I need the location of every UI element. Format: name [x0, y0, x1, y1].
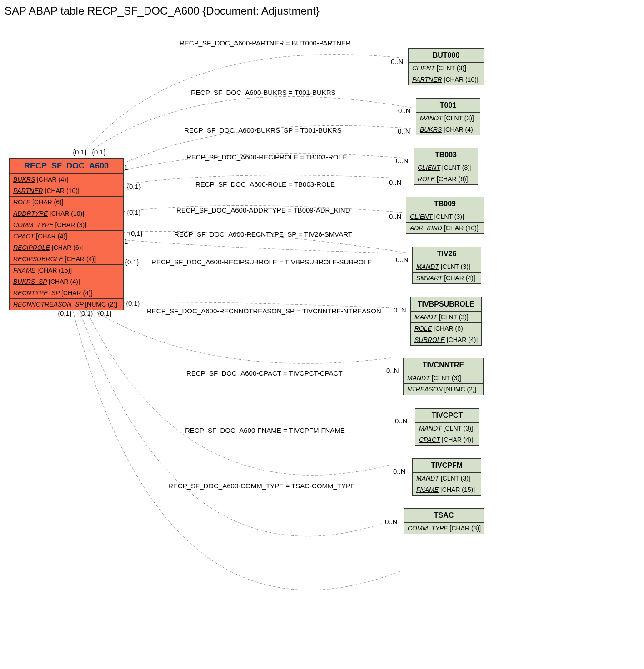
cardinality-left: {0,1}	[129, 229, 143, 237]
page-title: SAP ABAP table RECP_SF_DOC_A600 {Documen…	[5, 5, 639, 17]
entity-name: TIVCNNTRE	[404, 358, 483, 372]
cardinality-left: 1	[124, 238, 128, 245]
entity-name: TB009	[406, 197, 484, 211]
target-entity-t001: T001 MANDT [CLNT (3)] BUKRS [CHAR (4)]	[416, 98, 480, 135]
field-row: MANDT [CLNT (3)]	[404, 372, 483, 384]
entity-name: T001	[416, 99, 480, 113]
field-row: RECNNOTREASON_SP [NUMC (2)]	[10, 299, 123, 310]
relation-label: RECP_SF_DOC_A600-PARTNER = BUT000-PARTNE…	[180, 39, 351, 47]
main-entity: RECP_SF_DOC_A600 BUKRS [CHAR (4)] PARTNE…	[9, 158, 124, 310]
field-row: SMVART [CHAR (4)]	[413, 273, 481, 283]
field-row: PARTNER [CHAR (10)]	[10, 185, 123, 197]
field-row: SUBROLE [CHAR (4)]	[411, 334, 481, 345]
field-row: ADDRTYPE [CHAR (10)]	[10, 208, 123, 219]
cardinality-right: 0..N	[385, 518, 398, 525]
entity-name: TB003	[414, 148, 478, 162]
field-row: MANDT [CLNT (3)]	[416, 113, 480, 124]
entity-name: TIV26	[413, 247, 481, 261]
field-row: RECIPROLE [CHAR (6)]	[10, 242, 123, 253]
relation-label: RECP_SF_DOC_A600-RECIPSUBROLE = TIVBPSUB…	[151, 258, 372, 266]
entity-name: TIVCPCT	[415, 409, 479, 423]
cardinality-left: {0,1}	[98, 309, 112, 317]
field-row: CPACT [CHAR (4)]	[10, 231, 123, 242]
relation-label: RECP_SF_DOC_A600-RECNTYPE_SP = TIV26-SMV…	[174, 230, 352, 238]
field-row: MANDT [CLNT (3)]	[411, 312, 481, 323]
cardinality-left: {0,1}	[92, 148, 106, 156]
field-row: MANDT [CLNT (3)]	[415, 423, 479, 434]
field-row: ADR_KIND [CHAR (10)]	[406, 223, 484, 233]
cardinality-left: {0,1}	[73, 148, 87, 156]
field-row: BUKRS [CHAR (4)]	[416, 124, 480, 135]
field-row: MANDT [CLNT (3)]	[413, 261, 481, 273]
field-row: ROLE [CHAR (6)]	[414, 173, 478, 184]
cardinality-right: 0..N	[394, 306, 406, 314]
field-row: RECIPSUBROLE [CHAR (4)]	[10, 253, 123, 265]
relation-label: RECP_SF_DOC_A600-COMM_TYPE = TSAC-COMM_T…	[168, 482, 355, 490]
relation-label: RECP_SF_DOC_A600-FNAME = TIVCPFM-FNAME	[185, 426, 345, 434]
cardinality-right: 0..N	[386, 367, 399, 374]
field-row: COMM_TYPE [CHAR (3)]	[10, 219, 123, 231]
target-entity-tivcnntre: TIVCNNTRE MANDT [CLNT (3)] NTREASON [NUM…	[403, 358, 484, 395]
target-entity-tiv26: TIV26 MANDT [CLNT (3)] SMVART [CHAR (4)]	[412, 247, 481, 284]
cardinality-right: 0..N	[393, 467, 406, 475]
cardinality-left: {0,1}	[127, 183, 141, 190]
diagram-container: RECP_SF_DOC_A600 BUKRS [CHAR (4)] PARTNE…	[5, 26, 639, 669]
entity-name: TIVBPSUBROLE	[411, 297, 481, 312]
field-row: RECNTYPE_SP [CHAR (4)]	[10, 287, 123, 299]
target-entity-tb009: TB009 CLIENT [CLNT (3)] ADR_KIND [CHAR (…	[406, 197, 484, 234]
field-row: ROLE [CHAR (6)]	[411, 323, 481, 334]
cardinality-left: {0,1}	[79, 309, 93, 317]
cardinality-right: 0..N	[389, 178, 402, 186]
target-entity-tivbpsubrole: TIVBPSUBROLE MANDT [CLNT (3)] ROLE [CHAR…	[410, 297, 482, 346]
cardinality-right: 0..N	[396, 256, 409, 263]
relation-label: RECP_SF_DOC_A600-ROLE = TB003-ROLE	[195, 180, 335, 188]
field-row: PARTNER [CHAR (10)]	[409, 74, 484, 85]
target-entity-tivcpct: TIVCPCT MANDT [CLNT (3)] CPACT [CHAR (4)…	[415, 408, 479, 446]
field-row: COMM_TYPE [CHAR (3)]	[404, 523, 484, 534]
entity-name: TIVCPFM	[413, 459, 481, 473]
field-row: MANDT [CLNT (3)]	[413, 473, 481, 484]
field-row: FNAME [CHAR (15)]	[413, 484, 481, 495]
cardinality-right: 0..N	[398, 107, 411, 114]
relation-label: RECP_SF_DOC_A600-RECIPROLE = TB003-ROLE	[186, 153, 347, 161]
cardinality-right: 0..N	[398, 127, 410, 135]
cardinality-right: 0..N	[389, 213, 402, 220]
target-entity-tivcpfm: TIVCPFM MANDT [CLNT (3)] FNAME [CHAR (15…	[412, 458, 481, 496]
field-row: BUKRS [CHAR (4)]	[10, 174, 123, 185]
cardinality-right: 0..N	[391, 58, 404, 65]
cardinality-right: 0..N	[396, 157, 409, 164]
field-row: FNAME [CHAR (15)]	[10, 265, 123, 276]
field-row: ROLE [CHAR (6)]	[10, 197, 123, 208]
field-row: CPACT [CHAR (4)]	[415, 434, 479, 445]
cardinality-left: {0,1}	[125, 258, 139, 266]
target-entity-tb003: TB003 CLIENT [CLNT (3)] ROLE [CHAR (6)]	[414, 148, 478, 185]
cardinality-left: 1	[124, 164, 128, 171]
field-row: BUKRS_SP [CHAR (4)]	[10, 276, 123, 287]
relation-label: RECP_SF_DOC_A600-CPACT = TIVCPCT-CPACT	[186, 369, 343, 377]
cardinality-left: {0,1}	[58, 309, 72, 317]
target-entity-but000: BUT000 CLIENT [CLNT (3)] PARTNER [CHAR (…	[408, 48, 484, 85]
relation-label: RECP_SF_DOC_A600-BUKRS = T001-BUKRS	[191, 89, 336, 96]
field-row: CLIENT [CLNT (3)]	[414, 162, 478, 173]
entity-name: BUT000	[409, 49, 484, 63]
relation-label: RECP_SF_DOC_A600-RECNNOTREASON_SP = TIVC…	[147, 307, 381, 315]
field-row: CLIENT [CLNT (3)]	[409, 63, 484, 74]
main-entity-name: RECP_SF_DOC_A600	[10, 159, 123, 174]
relation-label: RECP_SF_DOC_A600-ADDRTYPE = TB009-ADR_KI…	[176, 206, 350, 214]
field-row: CLIENT [CLNT (3)]	[406, 211, 484, 223]
relation-label: RECP_SF_DOC_A600-BUKRS_SP = T001-BUKRS	[184, 126, 342, 134]
cardinality-left: {0,1}	[127, 208, 141, 216]
target-entity-tsac: TSAC COMM_TYPE [CHAR (3)]	[404, 508, 484, 534]
entity-name: TSAC	[404, 509, 484, 523]
cardinality-right: 0..N	[395, 417, 408, 425]
field-row: NTREASON [NUMC (2)]	[404, 384, 483, 395]
cardinality-left: {0,1}	[126, 299, 140, 307]
